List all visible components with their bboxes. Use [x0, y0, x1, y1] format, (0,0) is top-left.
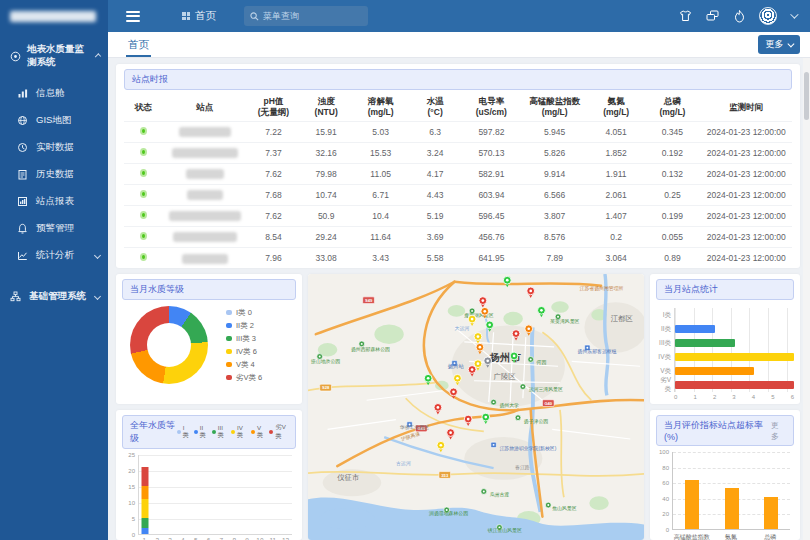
- monitor-system-icon: [9, 50, 21, 62]
- table-row[interactable]: 7.3732.1615.533.24570.135.8261.8520.1922…: [124, 143, 792, 164]
- yearly-stacked-chart[interactable]: 0510152025123456789101112: [138, 455, 292, 540]
- legend-item[interactable]: 劣V类: [269, 423, 288, 441]
- y-tick-label: 5: [132, 516, 138, 522]
- value-cell: 641.95: [462, 248, 522, 269]
- hamburger-menu-icon[interactable]: [126, 11, 140, 22]
- value-cell: 570.13: [462, 143, 522, 164]
- hbar-row[interactable]: I类: [656, 308, 794, 322]
- value-cell: 0.132: [644, 164, 700, 185]
- table-row[interactable]: 7.6279.9811.054.17582.919.9141.9110.1322…: [124, 164, 792, 185]
- breadcrumb-home[interactable]: 首页: [195, 9, 216, 23]
- exceed-rate-chart[interactable]: 020406080100高锰酸盐指数氨氮总磷: [672, 452, 790, 540]
- category-label: II类: [656, 325, 674, 334]
- sidebar-item-7[interactable]: 统计分析: [0, 242, 108, 269]
- value-cell: 6.3: [409, 122, 462, 143]
- value-cell: 3.24: [409, 143, 462, 164]
- hbar-row[interactable]: IV类: [656, 350, 794, 364]
- bar-track: [674, 322, 794, 336]
- sidebar-item-base-system[interactable]: 基础管理系统: [0, 283, 108, 310]
- marker-dot: [437, 406, 440, 409]
- value-cell: 0.055: [644, 227, 700, 248]
- map-label: 仪征市: [337, 473, 359, 482]
- table-row[interactable]: 7.6810.746.714.43603.946.5662.0610.25202…: [124, 185, 792, 206]
- legend-item[interactable]: IV类 6: [226, 347, 262, 357]
- hbar-row[interactable]: III类: [656, 336, 794, 350]
- menu-search[interactable]: [244, 6, 368, 26]
- multi-screen-icon[interactable]: [705, 9, 719, 23]
- avatar[interactable]: [759, 7, 777, 25]
- marker-dot: [452, 390, 455, 393]
- scrollbar[interactable]: [803, 58, 810, 540]
- legend-item[interactable]: V类: [251, 423, 264, 441]
- legend-item[interactable]: III类: [212, 423, 226, 441]
- stacked-bar[interactable]: [142, 467, 149, 534]
- marker-dot: [484, 416, 487, 419]
- legend-item[interactable]: II类 2: [226, 321, 262, 331]
- legend-item[interactable]: I类: [177, 423, 189, 441]
- hbar-row[interactable]: V类: [656, 364, 794, 378]
- hbar-row[interactable]: 劣V类: [656, 378, 794, 392]
- value-cell: 4.43: [409, 185, 462, 206]
- site-stats-chart[interactable]: I类II类III类IV类V类劣V类: [656, 308, 794, 392]
- y-tick-label: 80: [662, 465, 672, 471]
- donut-chart[interactable]: [130, 306, 208, 384]
- value-cell: 0.25: [644, 185, 700, 206]
- value-cell: 79.98: [300, 164, 353, 185]
- status-cell: [124, 143, 163, 164]
- bar-segment: [142, 528, 149, 534]
- legend-item[interactable]: IV类: [231, 423, 246, 441]
- sidebar-item-3[interactable]: 实时数据: [0, 134, 108, 161]
- panel-title-monthly-quality: 当月水质等级: [122, 279, 296, 300]
- map-label: 扬州西部森林公园: [351, 346, 390, 353]
- value-cell: 29.24: [300, 227, 353, 248]
- scrollbar-thumb[interactable]: [804, 72, 809, 120]
- legend-marker: [194, 430, 198, 434]
- map-panel[interactable]: S49G40G40S28353 扬州市江都区广陵区仪征市扬州西部森林公园捺山地质…: [308, 274, 644, 540]
- legend-item[interactable]: I类 0: [226, 308, 262, 318]
- more-button[interactable]: 更多: [758, 35, 801, 54]
- search-input[interactable]: [263, 11, 353, 21]
- bar-segment: [142, 499, 149, 518]
- bar[interactable]: [685, 480, 699, 529]
- chevron-down-icon[interactable]: [790, 10, 798, 18]
- legend-label: I类 0: [236, 308, 252, 318]
- theme-skin-icon[interactable]: [678, 9, 692, 23]
- site-stats-axis: 0123456: [674, 394, 794, 400]
- map[interactable]: S49G40G40S28353 扬州市江都区广陵区仪征市扬州西部森林公园捺山地质…: [308, 274, 644, 540]
- x-tick-label: 总磷: [764, 533, 776, 540]
- legend-item[interactable]: III类 3: [226, 334, 262, 344]
- table-row[interactable]: 7.9633.083.435.58641.957.893.0640.892024…: [124, 248, 792, 269]
- exceed-rate-panel: 当月评价指标站点超标率(%) 更多 020406080100高锰酸盐指数氨氮总磷: [650, 410, 800, 540]
- sidebar-system-header[interactable]: 地表水质量监测系统: [0, 32, 108, 80]
- value-cell: 582.91: [462, 164, 522, 185]
- sidebar-item-label: 历史数据: [36, 168, 74, 181]
- sidebar-item-4[interactable]: 历史数据: [0, 161, 108, 188]
- sidebar-item-2[interactable]: GIS地图: [0, 107, 108, 134]
- bar-track: [674, 364, 794, 378]
- bar[interactable]: [725, 488, 739, 529]
- value-cell: 4.051: [588, 122, 644, 143]
- sidebar-item-5[interactable]: 站点报表: [0, 188, 108, 215]
- value-cell: 8.54: [247, 227, 300, 248]
- sidebar-item-6[interactable]: 预警管理: [0, 215, 108, 242]
- breadcrumb[interactable]: 首页: [182, 9, 216, 23]
- tab-home[interactable]: 首页: [126, 32, 151, 57]
- table-row[interactable]: 8.5429.2411.643.69456.768.5760.20.055202…: [124, 227, 792, 248]
- hbar-row[interactable]: II类: [656, 322, 794, 336]
- flame-icon[interactable]: [732, 9, 746, 23]
- road-shield-label: S49: [365, 298, 373, 303]
- legend-item[interactable]: 劣V类 6: [226, 373, 262, 383]
- park-poi-dot: [319, 356, 321, 358]
- sidebar-item-1[interactable]: 信息舱: [0, 80, 108, 107]
- table-row[interactable]: 7.2215.915.036.3597.825.9454.0510.345202…: [124, 122, 792, 143]
- table-row[interactable]: 7.6250.910.45.19596.453.8071.4070.199202…: [124, 206, 792, 227]
- bar[interactable]: [764, 497, 778, 529]
- map-label: 华侨工业园区: [400, 424, 429, 431]
- value-cell: 32.16: [300, 143, 353, 164]
- legend-item[interactable]: II类: [194, 423, 207, 441]
- clock-icon: [16, 142, 28, 154]
- gridline: [673, 468, 790, 469]
- exceed-rate-more-link[interactable]: 更多: [771, 420, 786, 442]
- legend-item[interactable]: V类 4: [226, 360, 262, 370]
- road-shield-label: S28: [322, 385, 330, 390]
